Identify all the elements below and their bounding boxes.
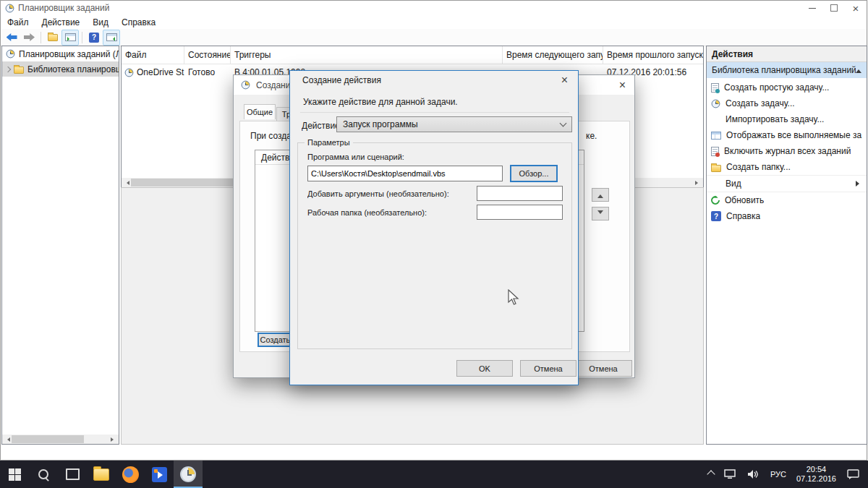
menu-view[interactable]: Вид [86,16,115,29]
running-tasks-icon [711,132,721,140]
taskbar: РУС 20:54 07.12.2016 [0,461,868,488]
action-refresh[interactable]: Обновить [707,192,867,208]
selected-action: Запуск программы [343,119,561,129]
action-pane-icon [106,33,117,41]
move-up-button[interactable] [592,188,609,202]
notification-icon[interactable] [846,468,861,480]
scroll-right-icon[interactable] [111,437,116,442]
button-label: Обзор... [519,169,549,178]
column-last-run[interactable]: Время прошлого запуска [603,46,703,64]
action-enable-history[interactable]: Включить журнал всех заданий [707,143,867,159]
tree-item-root[interactable]: Планировщик заданий (Лок [2,46,119,61]
column-file[interactable]: Файл [122,46,184,64]
close-button[interactable] [845,1,867,15]
volume-icon[interactable] [747,469,760,479]
media-app-button[interactable] [145,461,174,488]
action-label: Обновить [725,195,764,205]
basic-task-icon [711,83,719,93]
action-create-task[interactable]: Создать задачу... [707,95,867,111]
title-bar: Планировщик заданий [1,1,867,15]
tab-general[interactable]: Общие [244,104,276,119]
collapse-icon[interactable] [856,67,861,73]
action-pane-toggle[interactable] [103,30,120,46]
firefox-button[interactable] [116,461,145,488]
action-label: Создать папку... [726,162,791,172]
workdir-label: Рабочая папка (необязательно): [307,208,427,217]
program-input[interactable] [307,166,503,181]
program-label: Программа или сценарий: [307,153,404,161]
action-import-task[interactable]: Импортировать задачу... [707,111,867,127]
network-icon[interactable] [724,469,737,479]
action-help[interactable]: Справка [707,208,867,224]
search-button[interactable] [29,461,58,488]
action-type-select[interactable]: Запуск программы [336,116,572,132]
column-next-run[interactable]: Время следующего запуска [503,46,603,64]
tree-hscroll-thumb[interactable] [12,435,84,443]
tray-time: 20:54 [796,465,836,474]
scroll-right-icon[interactable] [695,181,700,185]
library-folder-icon [14,67,24,74]
minimize-button[interactable] [801,1,823,15]
submenu-arrow-icon [856,181,862,187]
history-icon [711,147,719,156]
action-label: Отображать все выполняемые за... [726,130,862,140]
forward-button[interactable] [20,30,38,46]
menu-action[interactable]: Действие [35,16,87,29]
action-label: Импортировать задачу... [726,114,824,124]
folder-icon [48,34,58,41]
action-label: Создать простую задачу... [724,82,829,93]
scroll-left-icon[interactable] [124,181,129,185]
tab-label: Общие [247,108,273,116]
action-new-folder[interactable]: Создать папку... [707,159,867,175]
chevron-down-icon [560,120,567,127]
section-label: Библиотека планировщика заданий [712,65,856,75]
tree-hscrollbar[interactable] [2,435,119,444]
windows-logo-icon [9,468,21,481]
start-button[interactable] [0,461,29,488]
browse-button[interactable]: Обзор... [510,165,558,182]
action-label: Включить журнал всех заданий [724,146,851,156]
console-tree-toggle[interactable] [61,30,79,46]
dialog-clock-icon [242,81,250,90]
up-arrow-icon [597,192,603,198]
tray-overflow-chevron-icon[interactable] [707,470,715,478]
tree-item-library[interactable]: Библиотека планировщ [2,61,119,77]
help-icon [711,211,721,221]
help-button[interactable] [85,30,103,46]
column-state[interactable]: Состояние [184,46,231,64]
explorer-folder-icon [93,468,109,481]
file-explorer-button[interactable] [87,461,116,488]
column-triggers[interactable]: Триггеры [231,46,503,64]
menu-help[interactable]: Справка [115,16,162,29]
tray-clock[interactable]: 20:54 07.12.2016 [796,465,836,484]
tree-library-label: Библиотека планировщ [27,64,119,74]
action-create-basic-task[interactable]: Создать простую задачу... [707,80,867,95]
move-down-button[interactable] [592,207,609,221]
language-indicator[interactable]: РУС [770,470,786,479]
task-view-icon [66,468,80,480]
tree-root-label: Планировщик заданий (Лок [19,49,119,59]
create-task-icon [712,99,720,108]
actions-section-header[interactable]: Библиотека планировщика заданий [707,62,867,78]
menu-bar: Файл Действие Вид Справка [1,15,867,30]
expand-chevron-icon[interactable] [5,66,11,72]
close-icon[interactable] [561,74,568,87]
menu-file[interactable]: Файл [1,16,35,29]
action-view[interactable]: Вид [707,175,867,192]
back-arrow-icon [7,33,17,41]
button-label: OK [479,364,490,373]
restore-button[interactable] [823,1,845,15]
action-show-running[interactable]: Отображать все выполняемые за... [707,127,867,143]
task-scheduler-button[interactable] [174,461,203,488]
back-button[interactable] [3,30,20,46]
ok-button[interactable]: OK [456,360,513,377]
scroll-left-icon[interactable] [5,437,10,442]
close-icon[interactable] [619,79,626,92]
workdir-input[interactable] [477,205,563,220]
task-cancel-button[interactable]: Отмена [574,360,632,377]
export-list-button[interactable] [44,30,61,46]
cancel-button[interactable]: Отмена [520,360,576,377]
forward-arrow-icon [24,33,35,41]
task-view-button[interactable] [58,461,87,488]
arguments-input[interactable] [477,186,563,201]
